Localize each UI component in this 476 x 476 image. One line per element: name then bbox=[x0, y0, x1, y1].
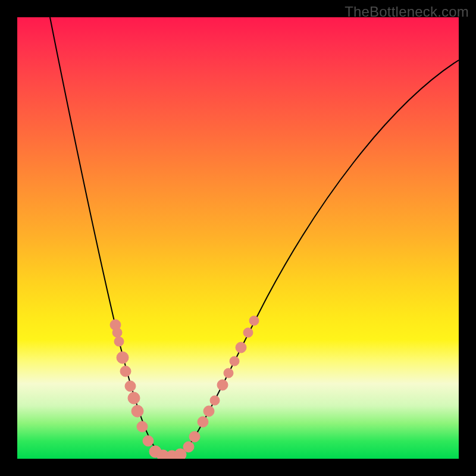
data-dot bbox=[189, 431, 200, 442]
plot-area bbox=[17, 17, 459, 459]
data-dot bbox=[131, 405, 143, 417]
data-dot bbox=[243, 328, 253, 337]
data-dot bbox=[230, 356, 239, 366]
data-dot bbox=[217, 380, 228, 390]
bottleneck-curve bbox=[50, 17, 459, 457]
data-dot bbox=[249, 316, 259, 325]
data-dot bbox=[210, 396, 220, 405]
chart-frame: TheBottleneck.com bbox=[0, 0, 476, 476]
data-dot bbox=[128, 392, 140, 404]
data-dot bbox=[117, 352, 129, 364]
data-dot bbox=[224, 368, 233, 378]
data-dot bbox=[112, 328, 122, 337]
chart-svg bbox=[17, 17, 459, 459]
data-dot bbox=[137, 421, 148, 432]
data-dot bbox=[125, 381, 136, 392]
data-dot bbox=[143, 436, 154, 446]
data-dot bbox=[183, 441, 194, 452]
data-dot bbox=[236, 342, 246, 353]
data-dot bbox=[203, 406, 214, 416]
data-dot bbox=[198, 416, 208, 427]
data-dots bbox=[110, 316, 259, 459]
data-dot bbox=[120, 366, 131, 377]
data-dot bbox=[114, 337, 124, 346]
